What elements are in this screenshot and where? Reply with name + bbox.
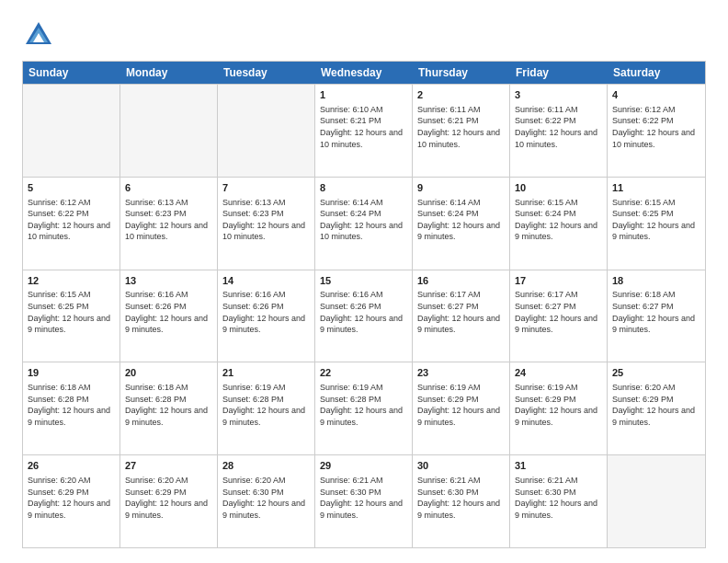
day-number: 1 [320, 88, 407, 102]
calendar-row: 19Sunrise: 6:18 AM Sunset: 6:28 PM Dayli… [23, 362, 705, 454]
cell-sun-info: Sunrise: 6:15 AM Sunset: 6:25 PM Dayligh… [612, 197, 700, 243]
calendar-cell: 25Sunrise: 6:20 AM Sunset: 6:29 PM Dayli… [608, 362, 705, 454]
cell-sun-info: Sunrise: 6:10 AM Sunset: 6:21 PM Dayligh… [320, 104, 407, 150]
calendar-cell: 27Sunrise: 6:20 AM Sunset: 6:29 PM Dayli… [120, 455, 218, 547]
day-number: 24 [515, 366, 602, 380]
day-number: 3 [515, 88, 602, 102]
calendar-cell: 23Sunrise: 6:19 AM Sunset: 6:29 PM Dayli… [413, 362, 510, 454]
day-number: 19 [28, 366, 115, 380]
calendar-row: 1Sunrise: 6:10 AM Sunset: 6:21 PM Daylig… [23, 84, 705, 177]
cal-header-day: Sunday [23, 62, 120, 84]
cell-sun-info: Sunrise: 6:18 AM Sunset: 6:28 PM Dayligh… [125, 382, 212, 428]
cell-sun-info: Sunrise: 6:16 AM Sunset: 6:26 PM Dayligh… [320, 289, 407, 335]
cell-sun-info: Sunrise: 6:19 AM Sunset: 6:28 PM Dayligh… [222, 382, 310, 428]
cal-header-day: Tuesday [218, 62, 315, 84]
cal-header-day: Friday [510, 62, 608, 84]
day-number: 9 [417, 181, 505, 195]
calendar-cell: 2Sunrise: 6:11 AM Sunset: 6:21 PM Daylig… [413, 85, 510, 177]
day-number: 18 [612, 274, 700, 288]
day-number: 17 [515, 274, 602, 288]
day-number: 27 [125, 459, 212, 473]
day-number: 30 [417, 459, 505, 473]
calendar-cell: 14Sunrise: 6:16 AM Sunset: 6:26 PM Dayli… [218, 270, 315, 362]
cell-sun-info: Sunrise: 6:17 AM Sunset: 6:27 PM Dayligh… [417, 289, 505, 335]
cell-sun-info: Sunrise: 6:21 AM Sunset: 6:30 PM Dayligh… [515, 475, 602, 521]
calendar-cell: 21Sunrise: 6:19 AM Sunset: 6:28 PM Dayli… [218, 362, 315, 454]
day-number: 8 [320, 181, 407, 195]
calendar-cell: 18Sunrise: 6:18 AM Sunset: 6:27 PM Dayli… [608, 270, 705, 362]
cell-sun-info: Sunrise: 6:13 AM Sunset: 6:23 PM Dayligh… [125, 197, 212, 243]
calendar-cell: 19Sunrise: 6:18 AM Sunset: 6:28 PM Dayli… [23, 362, 120, 454]
page: SundayMondayTuesdayWednesdayThursdayFrid… [0, 0, 728, 563]
day-number: 14 [222, 274, 310, 288]
calendar-cell: 13Sunrise: 6:16 AM Sunset: 6:26 PM Dayli… [120, 270, 218, 362]
day-number: 22 [320, 366, 407, 380]
day-number: 7 [222, 181, 310, 195]
day-number: 25 [612, 366, 700, 380]
day-number: 13 [125, 274, 212, 288]
calendar-cell: 26Sunrise: 6:20 AM Sunset: 6:29 PM Dayli… [23, 455, 120, 547]
cell-sun-info: Sunrise: 6:16 AM Sunset: 6:26 PM Dayligh… [125, 289, 212, 335]
cal-header-day: Monday [120, 62, 218, 84]
day-number: 10 [515, 181, 602, 195]
day-number: 21 [222, 366, 310, 380]
cell-sun-info: Sunrise: 6:19 AM Sunset: 6:28 PM Dayligh… [320, 382, 407, 428]
calendar-cell: 12Sunrise: 6:15 AM Sunset: 6:25 PM Dayli… [23, 270, 120, 362]
day-number: 12 [28, 274, 115, 288]
calendar-cell [23, 85, 120, 177]
calendar-cell: 9Sunrise: 6:14 AM Sunset: 6:24 PM Daylig… [413, 178, 510, 270]
day-number: 2 [417, 88, 505, 102]
day-number: 20 [125, 366, 212, 380]
cell-sun-info: Sunrise: 6:15 AM Sunset: 6:24 PM Dayligh… [515, 197, 602, 243]
day-number: 31 [515, 459, 602, 473]
calendar-row: 12Sunrise: 6:15 AM Sunset: 6:25 PM Dayli… [23, 270, 705, 362]
cell-sun-info: Sunrise: 6:20 AM Sunset: 6:29 PM Dayligh… [28, 475, 115, 521]
calendar-cell: 22Sunrise: 6:19 AM Sunset: 6:28 PM Dayli… [315, 362, 413, 454]
calendar-cell: 6Sunrise: 6:13 AM Sunset: 6:23 PM Daylig… [120, 178, 218, 270]
cell-sun-info: Sunrise: 6:12 AM Sunset: 6:22 PM Dayligh… [28, 197, 115, 243]
day-number: 28 [222, 459, 310, 473]
calendar: SundayMondayTuesdayWednesdayThursdayFrid… [22, 61, 706, 548]
day-number: 23 [417, 366, 505, 380]
calendar-cell: 4Sunrise: 6:12 AM Sunset: 6:22 PM Daylig… [608, 85, 705, 177]
cal-header-day: Saturday [608, 62, 705, 84]
calendar-cell: 11Sunrise: 6:15 AM Sunset: 6:25 PM Dayli… [608, 178, 705, 270]
calendar-cell: 29Sunrise: 6:21 AM Sunset: 6:30 PM Dayli… [315, 455, 413, 547]
calendar-cell: 7Sunrise: 6:13 AM Sunset: 6:23 PM Daylig… [218, 178, 315, 270]
day-number: 15 [320, 274, 407, 288]
calendar-cell: 20Sunrise: 6:18 AM Sunset: 6:28 PM Dayli… [120, 362, 218, 454]
calendar-cell: 1Sunrise: 6:10 AM Sunset: 6:21 PM Daylig… [315, 85, 413, 177]
cell-sun-info: Sunrise: 6:20 AM Sunset: 6:30 PM Dayligh… [222, 475, 310, 521]
cell-sun-info: Sunrise: 6:17 AM Sunset: 6:27 PM Dayligh… [515, 289, 602, 335]
cell-sun-info: Sunrise: 6:18 AM Sunset: 6:27 PM Dayligh… [612, 289, 700, 335]
calendar-cell [120, 85, 218, 177]
calendar-cell [218, 85, 315, 177]
day-number: 4 [612, 88, 700, 102]
calendar-cell: 24Sunrise: 6:19 AM Sunset: 6:29 PM Dayli… [510, 362, 608, 454]
cell-sun-info: Sunrise: 6:20 AM Sunset: 6:29 PM Dayligh… [125, 475, 212, 521]
cell-sun-info: Sunrise: 6:21 AM Sunset: 6:30 PM Dayligh… [320, 475, 407, 521]
cell-sun-info: Sunrise: 6:21 AM Sunset: 6:30 PM Dayligh… [417, 475, 505, 521]
cell-sun-info: Sunrise: 6:19 AM Sunset: 6:29 PM Dayligh… [417, 382, 505, 428]
day-number: 16 [417, 274, 505, 288]
calendar-cell: 5Sunrise: 6:12 AM Sunset: 6:22 PM Daylig… [23, 178, 120, 270]
cell-sun-info: Sunrise: 6:14 AM Sunset: 6:24 PM Dayligh… [320, 197, 407, 243]
cell-sun-info: Sunrise: 6:20 AM Sunset: 6:29 PM Dayligh… [612, 382, 700, 428]
calendar-row: 26Sunrise: 6:20 AM Sunset: 6:29 PM Dayli… [23, 454, 705, 547]
day-number: 26 [28, 459, 115, 473]
day-number: 5 [28, 181, 115, 195]
day-number: 29 [320, 459, 407, 473]
cell-sun-info: Sunrise: 6:19 AM Sunset: 6:29 PM Dayligh… [515, 382, 602, 428]
cell-sun-info: Sunrise: 6:15 AM Sunset: 6:25 PM Dayligh… [28, 289, 115, 335]
cell-sun-info: Sunrise: 6:12 AM Sunset: 6:22 PM Dayligh… [612, 104, 700, 150]
cell-sun-info: Sunrise: 6:14 AM Sunset: 6:24 PM Dayligh… [417, 197, 505, 243]
calendar-row: 5Sunrise: 6:12 AM Sunset: 6:22 PM Daylig… [23, 177, 705, 270]
cal-header-day: Thursday [413, 62, 510, 84]
calendar-cell: 17Sunrise: 6:17 AM Sunset: 6:27 PM Dayli… [510, 270, 608, 362]
calendar-cell: 8Sunrise: 6:14 AM Sunset: 6:24 PM Daylig… [315, 178, 413, 270]
calendar-cell: 30Sunrise: 6:21 AM Sunset: 6:30 PM Dayli… [413, 455, 510, 547]
calendar-cell: 31Sunrise: 6:21 AM Sunset: 6:30 PM Dayli… [510, 455, 608, 547]
cell-sun-info: Sunrise: 6:18 AM Sunset: 6:28 PM Dayligh… [28, 382, 115, 428]
header [22, 18, 706, 52]
calendar-cell: 16Sunrise: 6:17 AM Sunset: 6:27 PM Dayli… [413, 270, 510, 362]
